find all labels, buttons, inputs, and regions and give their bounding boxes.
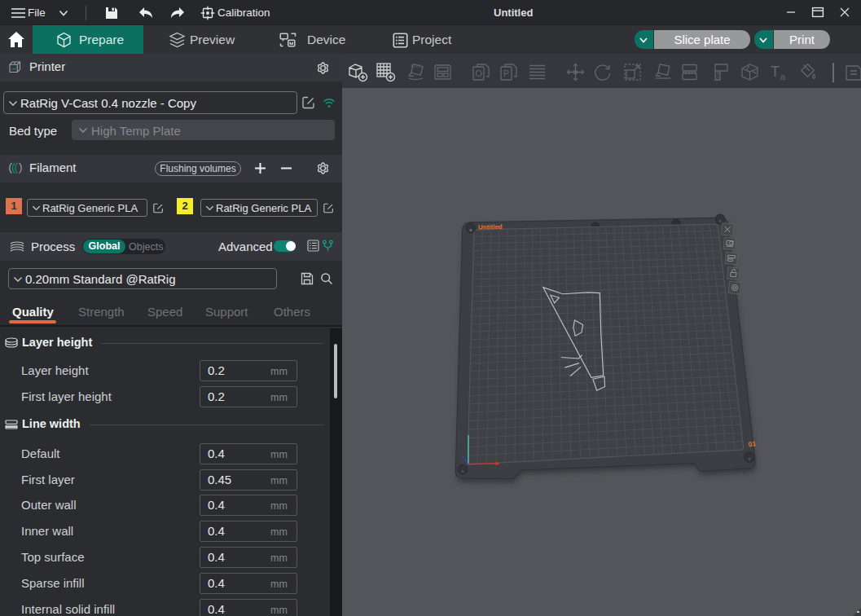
svg-text:T: T	[771, 64, 780, 80]
svg-text:AUTO: AUTO	[411, 64, 421, 68]
svg-text:a: a	[780, 72, 786, 81]
svg-text:01: 01	[748, 439, 757, 448]
svg-text:Untitled: Untitled	[478, 223, 503, 231]
svg-text:O: O	[475, 68, 482, 78]
svg-text:P: P	[503, 68, 509, 78]
